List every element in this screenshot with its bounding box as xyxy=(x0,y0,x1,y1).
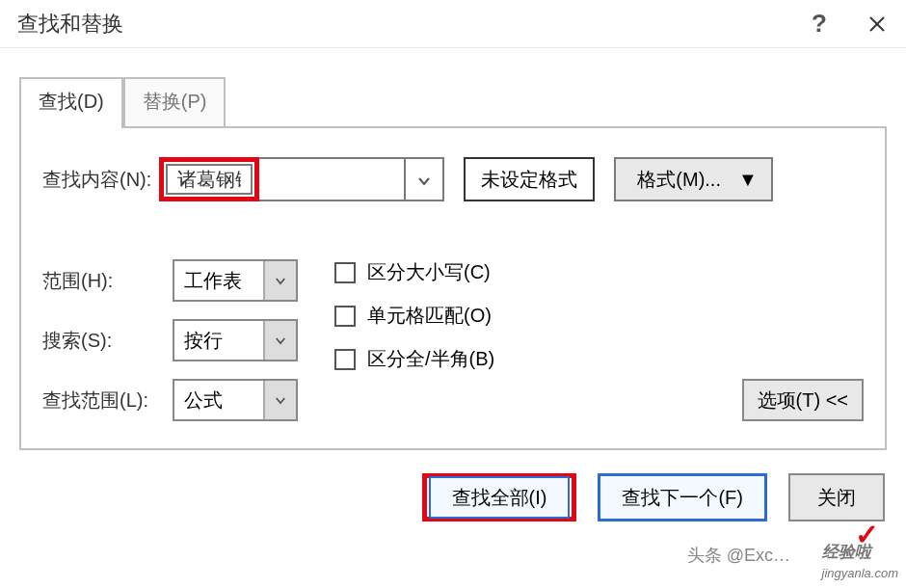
tab-find[interactable]: 查找(D) xyxy=(19,77,123,126)
scope-value: 工作表 xyxy=(174,261,263,300)
title-bar: 查找和替换 ? xyxy=(0,0,906,48)
main-panel: 查找内容(N): 未设定格式 格式(M)... ▼ 范围(H): 工作表 搜索(… xyxy=(19,126,887,450)
checkbox-icon xyxy=(334,306,356,327)
scope-label: 范围(H): xyxy=(42,268,173,294)
format-button-label: 格式(M)... xyxy=(637,167,721,193)
close-button[interactable]: 关闭 xyxy=(788,473,885,521)
checkbox-icon xyxy=(334,349,356,370)
chevron-down-icon xyxy=(263,381,296,419)
action-row: 查找全部(I) 查找下一个(F) 关闭 xyxy=(0,473,885,521)
match-case-label: 区分大小写(C) xyxy=(367,259,491,285)
tab-replace[interactable]: 替换(P) xyxy=(123,77,226,126)
find-content-input[interactable] xyxy=(166,164,253,195)
options-row: 范围(H): 工作表 搜索(S): 按行 查找范围(L): 公式 区分大小写(C… xyxy=(42,259,864,421)
checkbox-icon xyxy=(334,262,356,283)
dialog-title: 查找和替换 xyxy=(17,10,790,39)
chevron-down-icon xyxy=(263,321,296,360)
find-content-row: 查找内容(N): 未设定格式 格式(M)... ▼ xyxy=(42,157,864,201)
check-group: 区分大小写(C) 单元格匹配(O) 区分全/半角(B) xyxy=(334,259,494,372)
find-all-label: 查找全部(I) xyxy=(429,476,571,519)
check-mark-icon: ✓ xyxy=(855,518,879,551)
search-value: 按行 xyxy=(174,321,263,360)
match-cell-checkbox[interactable]: 单元格匹配(O) xyxy=(334,303,494,329)
match-width-label: 区分全/半角(B) xyxy=(367,346,494,372)
format-status: 未设定格式 xyxy=(464,157,595,201)
lookin-label: 查找范围(L): xyxy=(42,388,173,414)
find-input-highlight xyxy=(159,157,259,201)
match-case-checkbox[interactable]: 区分大小写(C) xyxy=(334,259,494,285)
chevron-down-icon xyxy=(417,169,431,191)
find-input-extension[interactable] xyxy=(259,157,404,201)
search-label: 搜索(S): xyxy=(42,328,173,354)
chevron-down-icon xyxy=(263,261,296,300)
scope-select[interactable]: 工作表 xyxy=(173,259,298,302)
options-grid: 范围(H): 工作表 搜索(S): 按行 查找范围(L): 公式 xyxy=(42,259,298,421)
watermark-source: 头条 @Exc… xyxy=(687,544,790,567)
match-width-checkbox[interactable]: 区分全/半角(B) xyxy=(334,346,494,372)
format-button[interactable]: 格式(M)... ▼ xyxy=(614,157,772,201)
lookin-value: 公式 xyxy=(174,381,263,419)
search-select[interactable]: 按行 xyxy=(173,319,298,361)
find-history-dropdown[interactable] xyxy=(404,157,444,201)
find-content-combo xyxy=(159,157,444,201)
find-content-label: 查找内容(N): xyxy=(42,167,151,193)
find-all-button[interactable]: 查找全部(I) xyxy=(422,473,577,521)
close-icon[interactable] xyxy=(848,0,906,48)
find-next-button[interactable]: 查找下一个(F) xyxy=(598,473,767,521)
options-toggle-button[interactable]: 选项(T) << xyxy=(742,379,864,421)
help-button[interactable]: ? xyxy=(790,0,848,48)
match-cell-label: 单元格匹配(O) xyxy=(367,303,492,329)
tab-strip: 查找(D) 替换(P) xyxy=(19,77,906,126)
lookin-select[interactable]: 公式 xyxy=(173,379,298,421)
caret-down-icon: ▼ xyxy=(738,169,758,191)
